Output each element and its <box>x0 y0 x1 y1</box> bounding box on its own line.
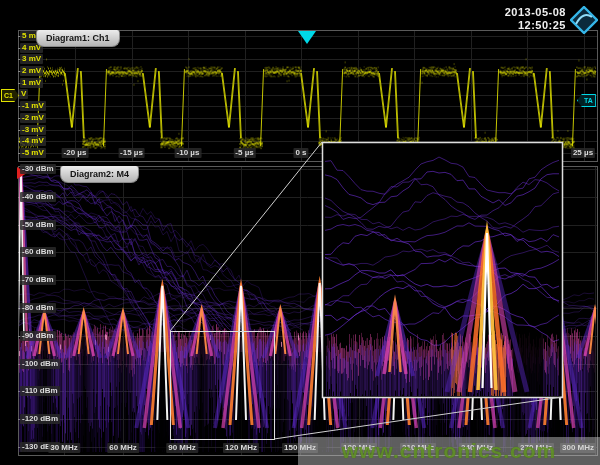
d2-y-tick-label: -40 dBm <box>20 192 56 202</box>
oscilloscope-screen: 2013-05-08 12:50:25 Diagram1: Ch1 Diagra… <box>0 0 600 465</box>
tab-diagram2[interactable]: Diagram2: M4 <box>60 166 139 183</box>
d2-x-tick-label: 60 MHz <box>107 443 139 453</box>
d2-x-tick-label: 90 MHz <box>166 443 198 453</box>
rs-logo-icon <box>570 6 598 34</box>
d2-x-tick-label: 30 MHz <box>48 443 80 453</box>
d1-y-tick-label: 1 mV <box>20 78 43 88</box>
scope-plot-canvas <box>0 0 600 465</box>
d1-y-tick-label: -5 mV <box>20 148 46 158</box>
d1-y-tick-label: -3 mV <box>20 125 46 135</box>
d2-x-tick-label: 120 MHz <box>223 443 259 453</box>
d1-y-tick-label: -1 mV <box>20 101 46 111</box>
d1-x-tick-label: -10 µs <box>175 148 202 158</box>
trigger-position-marker[interactable] <box>298 31 316 44</box>
d1-x-tick-label: -5 µs <box>233 148 255 158</box>
d1-y-tick-label: 2 mV <box>20 66 43 76</box>
tab-diagram1[interactable]: Diagram1: Ch1 <box>36 30 120 47</box>
d1-x-tick-label: -15 µs <box>118 148 145 158</box>
time-label: 12:50:25 <box>505 19 566 32</box>
d1-x-tick-label: -20 µs <box>62 148 89 158</box>
d2-y-tick-label: -50 dBm <box>20 220 56 230</box>
watermark-text: www.cntronics.com <box>342 439 557 463</box>
d1-y-tick-label: -4 mV <box>20 136 46 146</box>
watermark: www.cntronics.com <box>298 437 600 465</box>
zero-level-label: V <box>19 89 28 99</box>
d2-y-tick-label: -120 dBm <box>20 414 60 424</box>
d1-x-tick-label: 25 µs <box>571 148 595 158</box>
d2-y-tick-label: -30 dBm <box>20 164 56 174</box>
d1-x-tick-label: 0 s <box>293 148 308 158</box>
d2-y-tick-label: -110 dBm <box>20 386 60 396</box>
d2-y-tick-label: -80 dBm <box>20 303 56 313</box>
d2-y-tick-label: -60 dBm <box>20 247 56 257</box>
rs-logo <box>570 6 598 34</box>
date-label: 2013-05-08 <box>505 6 566 19</box>
d2-y-tick-label: -100 dBm <box>20 359 60 369</box>
d2-y-tick-label: -70 dBm <box>20 275 56 285</box>
d1-y-tick-label: -2 mV <box>20 113 46 123</box>
datetime-display: 2013-05-08 12:50:25 <box>505 6 566 32</box>
d1-y-tick-label: 3 mV <box>20 54 43 64</box>
d2-y-tick-label: -90 dBm <box>20 331 56 341</box>
